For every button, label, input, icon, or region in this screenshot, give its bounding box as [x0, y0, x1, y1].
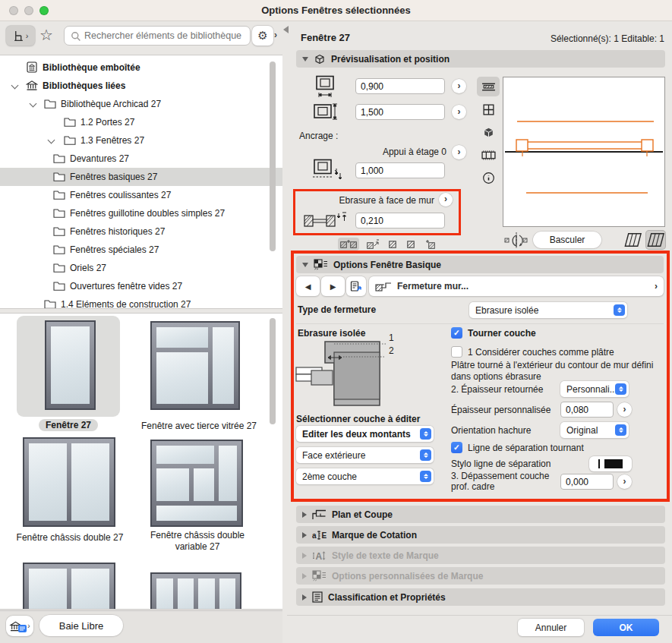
- thumbnail-label[interactable]: Fenêtre châssis double variable 27: [144, 530, 251, 553]
- dropdown-stepper-icon: [614, 304, 625, 316]
- section-marque-cotation[interactable]: Marque de Cotation: [296, 526, 665, 544]
- thumbnail-label[interactable]: Fenêtre châssis double 27: [9, 532, 131, 543]
- page-selector-button[interactable]: Fermeture mur... ›: [369, 276, 664, 296]
- thumbnail-scrollbar-thumb[interactable]: [270, 318, 276, 424]
- thumbnail-fenetre-27[interactable]: [45, 320, 96, 410]
- tree-item-ouvertures-vides[interactable]: Ouvertures fenêtre vides 27: [0, 277, 282, 295]
- favorites-star-icon[interactable]: ☆: [39, 25, 53, 45]
- plan-view-icon: [481, 82, 496, 92]
- layer-edit-dropdown-2[interactable]: Face extérieure: [296, 447, 434, 463]
- section-plan-coupe[interactable]: Plan et Coupe: [296, 506, 665, 523]
- height-input[interactable]: [355, 104, 445, 120]
- tree-item-fenetres-guillotine[interactable]: Fenêtres guillotine doubles simples 27: [0, 204, 282, 222]
- tilted-window-icon: [646, 232, 665, 247]
- cancel-button[interactable]: Annuler: [518, 619, 584, 636]
- preview-mode-3d-button[interactable]: [477, 122, 500, 142]
- settings-button[interactable]: ⚙: [252, 26, 273, 46]
- anchor-mode-both-sides-selected[interactable]: [338, 238, 359, 251]
- tree-item-fenetres-coulissantes[interactable]: Fenêtres coulissantes 27: [0, 186, 282, 204]
- preview-mode-section-button[interactable]: [477, 145, 500, 165]
- anchor-mode-corner-plus[interactable]: [364, 238, 381, 251]
- tree-item-portes[interactable]: 1.2 Portes 27: [0, 113, 282, 131]
- height-options-button[interactable]: ›: [452, 105, 466, 119]
- width-input[interactable]: [355, 78, 445, 94]
- thumbnail-fenetre-double-variable[interactable]: [150, 440, 243, 527]
- grid-icon: [482, 103, 495, 116]
- tilt-view-left-button[interactable]: [623, 230, 643, 250]
- panel-collapse-arrow[interactable]: [283, 26, 289, 33]
- tree-item-fenetres-speciales[interactable]: Fenêtres spéciales 27: [0, 241, 282, 259]
- tree-item-nested-library[interactable]: Bibliothèque emboîtée: [0, 58, 282, 77]
- separation-line-label[interactable]: Ligne de séparation tournant: [468, 443, 584, 453]
- frame-overhang-input[interactable]: [560, 474, 614, 490]
- section-preview-position[interactable]: Prévisualisation et position: [296, 50, 665, 68]
- tilted-window-icon: [623, 232, 642, 247]
- plaster-checkbox-label[interactable]: 1 Considérer couches comme plâtre: [468, 347, 614, 358]
- section-style-texte-marque: Style de texte de Marque: [296, 547, 665, 564]
- tree-item-fenetres[interactable]: 1.3 Fenêtres 27: [0, 131, 282, 150]
- ok-button[interactable]: OK: [593, 619, 659, 636]
- preview-mode-elevation-button[interactable]: [477, 99, 500, 119]
- height-dimension-icon: [313, 101, 339, 122]
- document-arrow-icon: [350, 280, 362, 292]
- tree-item-fenetres-historiques[interactable]: Fenêtres historiques 27: [0, 222, 282, 241]
- previous-page-button[interactable]: ◀: [296, 276, 320, 296]
- folder-icon: [53, 244, 65, 255]
- reveal-reference-button[interactable]: ›: [439, 193, 453, 206]
- chevron-down-icon[interactable]: [48, 137, 55, 144]
- returned-thickness-dropdown[interactable]: Personnali...: [560, 381, 629, 397]
- preview-info-button[interactable]: [477, 168, 500, 188]
- flip-button[interactable]: Basculer: [533, 232, 601, 248]
- chevron-down-icon[interactable]: [30, 100, 37, 108]
- thumbnail-label[interactable]: Fenêtre avec tierce vitrée 27: [131, 421, 267, 431]
- next-page-button[interactable]: ▶: [321, 276, 345, 296]
- text-style-icon: [312, 550, 327, 561]
- thumbnail-label[interactable]: Fenêtre 27: [15, 419, 121, 431]
- layer-edit-dropdown-1[interactable]: Editer les deux montants: [296, 426, 434, 442]
- chevron-down-icon[interactable]: [11, 82, 19, 90]
- chevron-right-icon: ›: [655, 281, 658, 292]
- thumbnail-fenetre-tierce[interactable]: [150, 321, 240, 410]
- library-view-button[interactable]: ›: [6, 26, 35, 46]
- reveal-value-input[interactable]: [355, 213, 445, 229]
- tree-item-oriels[interactable]: Oriels 27: [0, 259, 282, 277]
- layer-edit-dropdown-3[interactable]: 2ème couche: [296, 468, 434, 484]
- turn-layer-label[interactable]: Tourner couche: [468, 328, 536, 339]
- tree-item-fenetres-basiques-selected[interactable]: Fenêtres basiques 27: [0, 168, 282, 186]
- section-basic-window-options[interactable]: Options Fenêtre Basique: [296, 256, 664, 273]
- tree-scrollbar-thumb[interactable]: [270, 61, 276, 251]
- plaster-checkbox[interactable]: [451, 346, 462, 358]
- tree-item-linked-libraries[interactable]: Bibliothèques liées: [0, 77, 282, 95]
- thumbnail-partial[interactable]: [150, 572, 241, 610]
- mirror-icon[interactable]: [504, 232, 528, 250]
- preview-mode-plan-button[interactable]: [477, 77, 500, 96]
- transfer-settings-button[interactable]: [346, 276, 366, 296]
- custom-thickness-options-button[interactable]: ›: [617, 402, 632, 417]
- anchor-mode-center-plus[interactable]: [423, 238, 438, 251]
- library-manager-button[interactable]: ›: [6, 616, 33, 636]
- section-classification-proprietes[interactable]: Classification et Propriétés: [296, 588, 665, 606]
- separation-line-checkbox[interactable]: ✓: [451, 442, 462, 453]
- anchor-mode-right[interactable]: [405, 238, 418, 251]
- sill-value-input[interactable]: [355, 162, 445, 178]
- thumbnail-fenetre-double[interactable]: [23, 437, 115, 527]
- search-input[interactable]: [84, 27, 247, 44]
- hatch-orientation-dropdown[interactable]: Original: [560, 422, 629, 438]
- tilt-view-right-button-selected[interactable]: [645, 230, 666, 250]
- settings-chevron-icon[interactable]: ›: [274, 30, 277, 40]
- width-options-button[interactable]: ›: [452, 79, 466, 93]
- frame-overhang-options-button[interactable]: ›: [617, 474, 632, 489]
- turn-layer-checkbox[interactable]: ✓: [451, 327, 462, 339]
- tree-item-elements-construction[interactable]: 1.4 Eléments de construction 27: [0, 295, 282, 309]
- closure-type-dropdown[interactable]: Ebrasure isolée: [469, 302, 627, 318]
- tree-item-devantures[interactable]: Devantures 27: [0, 150, 282, 168]
- sill-height-icon: [311, 159, 343, 184]
- custom-thickness-input[interactable]: [560, 402, 614, 418]
- tree-item-archicad-library[interactable]: Bibliothèque Archicad 27: [0, 95, 282, 113]
- preview-canvas[interactable]: [503, 77, 665, 227]
- sill-reference-button[interactable]: ›: [452, 145, 466, 159]
- separation-pen-button[interactable]: [589, 456, 632, 471]
- thumbnail-partial[interactable]: [23, 563, 115, 610]
- free-opening-button[interactable]: Baie Libre: [39, 615, 123, 636]
- anchor-mode-left[interactable]: [386, 238, 399, 251]
